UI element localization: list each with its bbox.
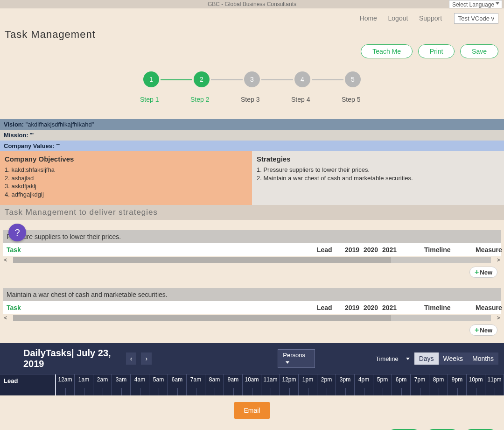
col-lead: Lead (317, 304, 345, 311)
hour-cell: 6pm (392, 374, 411, 395)
strategy-block-1: ? Pressure suppliers to lower their pric… (3, 230, 501, 278)
nav-home[interactable]: Home (360, 14, 377, 22)
hour-cell: 12am (56, 374, 75, 395)
mission-label: Mission: (4, 132, 28, 139)
mission-value: "" (28, 132, 35, 139)
step-4-label: Step 4 (291, 96, 310, 103)
app-topbar: GBC - Global Business Consultants Select… (0, 0, 504, 8)
summary-bands: Vision: "akdlfhakjsdfhlkajfhlkahd" Missi… (0, 119, 504, 205)
col-2019: 2019 (345, 304, 364, 311)
strategies-panel: Strategies 1. Pressure suppliers to lowe… (252, 151, 504, 205)
prev-day-button[interactable]: ‹ (126, 352, 137, 365)
col-2021: 2021 (382, 304, 401, 311)
nav-row: Home Logout Support Test VCode v (0, 8, 504, 26)
hours-row: Lead 12am1am2am3am4am5am6am7am8am9am10am… (0, 374, 504, 395)
scroll-left-icon[interactable]: < (3, 315, 8, 321)
strategy-item: 2. Maintain a war chest of cash and mark… (257, 174, 499, 183)
step-5[interactable]: 5 Step 5 (343, 71, 362, 103)
next-day-button[interactable]: › (141, 352, 152, 365)
persons-select[interactable]: Persons (278, 349, 315, 368)
scroll-right-icon[interactable]: > (496, 257, 501, 263)
view-weeks[interactable]: Weeks (439, 352, 468, 365)
chevron-down-icon (496, 2, 499, 5)
task-grid-header: Task Lead 2019 2020 2021 Timeline Measur… (3, 243, 501, 256)
step-1-label: Step 1 (140, 96, 159, 103)
objective-item: 2. ashajlsd (5, 174, 247, 183)
hour-cell: 10am (243, 374, 261, 395)
scrollbar-thumb[interactable] (13, 257, 391, 263)
values-label: Company Values: (4, 142, 54, 149)
step-connector (161, 79, 192, 80)
wizard-steps: 1 Step 1 2 Step 2 3 Step 3 4 Step 4 5 St… (0, 58, 504, 119)
objective-item: 3. askdfjaklj (5, 182, 247, 190)
nav-logout[interactable]: Logout (388, 14, 408, 22)
strategies-title: Strategies (257, 155, 499, 163)
step-4[interactable]: 4 Step 4 (293, 71, 312, 103)
task-grid-scrollbar[interactable]: < > (3, 314, 501, 322)
col-lead: Lead (317, 246, 345, 254)
persons-label: Persons (283, 352, 305, 359)
objectives-title: Company Objectives (5, 155, 247, 163)
hour-cell: 11am (261, 374, 280, 395)
step-2[interactable]: 2 Step 2 (192, 71, 211, 103)
timeline-dropdown[interactable]: Timeline (376, 355, 410, 362)
teach-me-button[interactable]: Teach Me (361, 44, 413, 58)
language-select[interactable]: Select Language (449, 0, 502, 8)
print-button[interactable]: Print (418, 44, 455, 58)
step-4-circle: 4 (294, 71, 310, 87)
new-label: New (480, 327, 492, 334)
step-connector (261, 79, 293, 80)
step-3-label: Step 3 (241, 96, 259, 103)
step-3-circle: 3 (244, 71, 260, 87)
hour-cell: 7am (187, 374, 205, 395)
step-5-label: Step 5 (342, 96, 360, 103)
new-task-row: +New (3, 264, 501, 278)
scroll-right-icon[interactable]: > (496, 315, 501, 321)
col-task[interactable]: Task (7, 304, 317, 311)
timeline-label: Timeline (376, 355, 399, 362)
daily-toolbar: DailyTasks| July 23, 2019 ‹ › Persons Ti… (0, 343, 504, 374)
new-task-row: +New (3, 322, 501, 336)
hour-cell: 6am (168, 374, 187, 395)
hour-cell: 10pm (467, 374, 485, 395)
hour-cell: 4am (131, 374, 149, 395)
hour-cell: 12pm (280, 374, 299, 395)
hour-cell: 11pm (485, 374, 504, 395)
nav-support[interactable]: Support (419, 14, 442, 22)
hour-cell: 8am (205, 374, 224, 395)
hour-cell: 2am (93, 374, 112, 395)
email-button[interactable]: Email (234, 402, 269, 419)
scrollbar-track[interactable] (13, 315, 491, 321)
step-2-label: Step 2 (190, 96, 209, 103)
language-select-label: Select Language (452, 1, 494, 8)
view-days[interactable]: Days (414, 352, 439, 365)
new-task-button[interactable]: +New (469, 324, 497, 336)
step-2-circle: 2 (194, 71, 210, 87)
hour-cell: 5pm (373, 374, 392, 395)
hour-cell: 4pm (355, 374, 373, 395)
new-task-button[interactable]: +New (469, 267, 497, 278)
col-task[interactable]: Task (7, 246, 317, 254)
deliver-strategies-title: Task Management to deliver strategies (0, 205, 504, 220)
strategy-item: 1. Pressure suppliers to lower their pri… (257, 166, 499, 174)
scrollbar-track[interactable] (13, 257, 491, 263)
page-title: Task Management (0, 26, 504, 41)
step-3[interactable]: 3 Step 3 (243, 71, 261, 103)
task-grid-scrollbar[interactable]: < > (3, 256, 501, 264)
vcode-select[interactable]: Test VCode v (454, 13, 498, 24)
scroll-left-icon[interactable]: < (3, 257, 8, 263)
chevron-down-icon (406, 358, 410, 360)
step-1[interactable]: 1 Step 1 (142, 71, 161, 103)
footer: Global Business Consultants Copyright © … (0, 425, 504, 430)
scrollbar-thumb[interactable] (13, 315, 391, 321)
hour-cell: 1pm (299, 374, 317, 395)
step-connector (211, 79, 243, 80)
strategy-block-2: Maintain a war chest of cash and marketa… (3, 288, 501, 336)
col-measure: Measure (476, 304, 502, 311)
view-months[interactable]: Months (468, 352, 498, 365)
save-button[interactable]: Save (460, 44, 498, 58)
values-value: "" (54, 142, 60, 149)
hour-cell: 7pm (411, 374, 429, 395)
vision-value: "akdlfhakjsdfhlkajfhlkahd" (24, 121, 94, 128)
help-icon[interactable]: ? (8, 224, 26, 241)
